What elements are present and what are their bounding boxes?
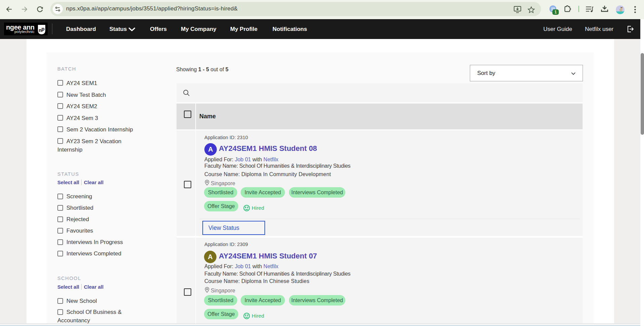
svg-text:p: p bbox=[42, 26, 45, 32]
